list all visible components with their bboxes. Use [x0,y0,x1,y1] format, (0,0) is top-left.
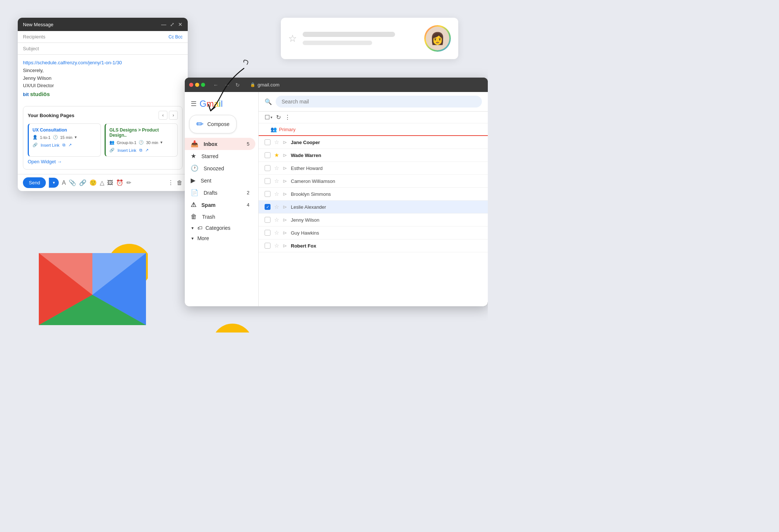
email-check[interactable] [265,165,271,171]
email-snooze[interactable]: ⊳ [283,230,287,236]
card1-copy-icon[interactable]: ⧉ [62,143,65,147]
subject-field[interactable]: Subject [18,43,188,55]
maximize-dot[interactable] [201,83,205,87]
forward-button[interactable]: → [222,81,232,89]
email-star[interactable]: ☆ [274,204,279,210]
link-icon[interactable]: 🔗 [79,179,86,186]
email-star[interactable]: ☆ [274,216,279,223]
email-row-brooklyn-simmons[interactable]: ☆ ⊳ Brooklyn Simmons [259,188,488,201]
email-check[interactable] [265,178,271,184]
nav-sent[interactable]: ▶ Sent [185,174,255,187]
nav-inbox[interactable]: 📥 Inbox 5 [185,138,255,150]
clock-icon[interactable]: ⏰ [116,179,123,186]
expand-icon[interactable]: ⤢ [170,21,174,27]
more-options-icon[interactable]: ⋮ [168,179,174,186]
hamburger-icon[interactable]: ☰ [191,100,197,108]
booking-nav: ‹ › [159,111,178,120]
card2-insert-link[interactable]: Insert Link [118,148,136,153]
email-row-jane-cooper[interactable]: ☆ ⊳ Jane Cooper [259,136,488,149]
snoozed-label: Snoozed [204,166,249,171]
card2-external-icon[interactable]: ↗ [145,148,149,153]
nav-starred[interactable]: ★ Starred [185,150,255,162]
open-widget-btn[interactable]: Open Widget → [28,159,62,164]
email-snooze[interactable]: ⊳ [283,191,287,197]
email-row-jenny-wilson[interactable]: ☆ ⊳ Jenny Wilson [259,214,488,226]
email-snooze[interactable]: ⊳ [283,152,287,158]
card2-chevron[interactable]: ▾ [160,140,163,145]
email-star[interactable]: ☆ [274,178,279,184]
send-button[interactable]: Send [23,177,46,188]
drive-icon[interactable]: △ [100,179,104,186]
send-dropdown-arrow[interactable]: ▾ [49,178,59,188]
email-star[interactable]: ☆ [274,242,279,249]
more-actions-icon[interactable]: ⋮ [285,114,290,121]
delete-draft-icon[interactable]: 🗑 [177,180,183,186]
email-row-guy-hawkins[interactable]: ☆ ⊳ Guy Hawkins [259,226,488,239]
nav-snoozed[interactable]: 🕐 Snoozed [185,162,255,174]
tab-primary[interactable]: 👥 Primary [265,123,302,136]
email-snooze[interactable]: ⊳ [283,139,287,145]
email-row-robert-fox[interactable]: ☆ ⊳ Robert Fox [259,239,488,252]
email-row-esther-howard[interactable]: ☆ ⊳ Esther Howard [259,162,488,175]
nav-spam[interactable]: ⚠ Spam 4 [185,199,255,211]
categories-label: Categories [205,225,231,231]
more-section[interactable]: ▼ More [185,233,258,243]
email-check[interactable] [265,191,271,197]
star-icon[interactable]: ☆ [288,33,297,44]
card1-external-icon[interactable]: ↗ [68,143,72,147]
email-check[interactable] [265,243,271,249]
email-check[interactable]: ✓ [265,204,271,210]
cc-bcc-label[interactable]: Cc Bcc [169,34,183,40]
minimize-dot[interactable] [195,83,199,87]
recipients-field[interactable]: Recipients Cc Bcc [18,31,188,43]
email-row-cameron-williamson[interactable]: ☆ ⊳ Cameron Williamson [259,175,488,188]
email-snooze[interactable]: ⊳ [283,204,287,210]
gmail-sidebar: ☰ Gmail ✏ Compose 📥 Inbox 5 ★ Starred [185,92,259,306]
attach-icon[interactable]: 📎 [69,179,76,186]
booking-link[interactable]: https://schedule.calfrenzy.com/jenny/1-o… [23,60,122,65]
email-star[interactable]: ★ [274,152,279,158]
booking-prev-btn[interactable]: ‹ [159,111,167,120]
close-icon[interactable]: ✕ [178,21,183,27]
minimize-icon[interactable]: — [161,21,166,27]
inbox-icon: 📥 [191,140,198,148]
email-list: ☆ ⊳ Jane Cooper ★ ⊳ Wade Warren ☆ ⊳ Es [259,136,488,306]
email-star[interactable]: ☆ [274,191,279,197]
email-snooze[interactable]: ⊳ [283,243,287,249]
address-bar[interactable]: 🔒 gmail.com [245,81,483,89]
nav-drafts[interactable]: 📄 Drafts 2 [185,187,255,199]
compose-body[interactable]: https://schedule.calfrenzy.com/jenny/1-o… [18,55,188,103]
email-snooze[interactable]: ⊳ [283,217,287,223]
card1-chevron[interactable]: ▾ [75,135,77,140]
pen-icon[interactable]: ✏ [126,179,131,186]
search-input[interactable] [276,96,482,108]
email-star[interactable]: ☆ [274,229,279,236]
refresh-icon[interactable]: ↻ [276,114,281,121]
email-check[interactable] [265,217,271,223]
select-all-checkbox[interactable]: ☐ ▾ [265,114,272,121]
email-star[interactable]: ☆ [274,165,279,171]
dropdown-arrow[interactable]: ▾ [271,115,272,119]
compose-button[interactable]: ✏ Compose [189,115,237,133]
photo-icon[interactable]: 🖼 [107,180,113,186]
email-row-leslie-alexander[interactable]: ✓ ☆ ⊳ Leslie Alexander [259,201,488,214]
reload-button[interactable]: ↻ [233,81,242,89]
nav-trash[interactable]: 🗑 Trash [185,211,255,223]
back-button[interactable]: ← [211,81,221,89]
email-check[interactable] [265,139,271,145]
sent-icon: ▶ [191,177,195,184]
booking-next-btn[interactable]: › [169,111,178,120]
categories-section[interactable]: ▼ 🏷 Categories [185,223,258,233]
avatar: 👩 [426,27,449,50]
email-star[interactable]: ☆ [274,139,279,146]
email-check[interactable] [265,230,271,236]
card2-copy-icon[interactable]: ⧉ [139,148,142,153]
email-check[interactable] [265,152,271,158]
email-snooze[interactable]: ⊳ [283,178,287,184]
email-snooze[interactable]: ⊳ [283,165,287,171]
close-dot[interactable] [189,83,193,87]
email-row-wade-warren[interactable]: ★ ⊳ Wade Warren [259,149,488,162]
format-icon[interactable]: A [62,180,66,186]
card1-insert-link[interactable]: Insert Link [41,143,59,147]
emoji-icon[interactable]: 🙂 [89,179,97,186]
